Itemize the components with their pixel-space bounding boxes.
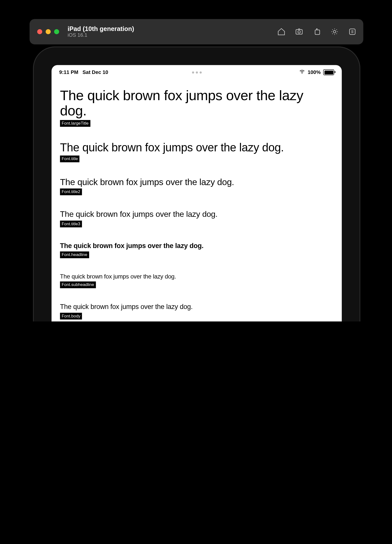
- svg-point-3: [333, 30, 336, 33]
- font-sample-block: The quick brown fox jumps over the lazy …: [60, 272, 333, 288]
- brightness-icon[interactable]: [330, 27, 339, 36]
- status-date: Sat Dec 10: [83, 69, 108, 75]
- svg-point-1: [298, 31, 300, 33]
- font-sample-text: The quick brown fox jumps over the lazy …: [60, 242, 333, 250]
- font-name-badge: Font.body: [60, 312, 82, 319]
- font-sample-block: The quick brown fox jumps over the lazy …: [60, 88, 333, 127]
- font-sample-block: The quick brown fox jumps over the lazy …: [60, 242, 333, 258]
- svg-rect-0: [296, 29, 302, 34]
- font-sample-block: The quick brown fox jumps over the lazy …: [60, 210, 333, 227]
- font-name-badge: Font.title2: [60, 188, 82, 195]
- home-icon[interactable]: [277, 27, 286, 36]
- window-zoom-button[interactable]: [54, 29, 59, 34]
- font-sample-text: The quick brown fox jumps over the lazy …: [60, 210, 333, 219]
- wifi-icon: [299, 69, 305, 76]
- font-name-badge: Font.headline: [60, 251, 89, 258]
- ipad-device-frame: 9:11 PM Sat Dec 10 100% The quick brown …: [33, 46, 360, 321]
- font-sample-block: The quick brown fox jumps over the lazy …: [60, 177, 333, 195]
- screenshot-icon[interactable]: [295, 27, 303, 36]
- window-minimize-button[interactable]: [46, 29, 51, 34]
- simulator-os-version: iOS 16.1: [68, 32, 134, 38]
- font-sample-text: The quick brown fox jumps over the lazy …: [60, 141, 333, 154]
- ipad-screen: 9:11 PM Sat Dec 10 100% The quick brown …: [51, 65, 342, 321]
- font-sample-text: The quick brown fox jumps over the lazy …: [60, 88, 333, 119]
- svg-point-5: [302, 73, 303, 74]
- simulator-window-titlebar: iPad (10th generation) iOS 16.1: [29, 19, 363, 44]
- font-name-badge: Font.title: [60, 155, 79, 162]
- window-traffic-lights: [37, 29, 59, 34]
- keyboard-shortcuts-icon[interactable]: [348, 27, 357, 36]
- status-bar: 9:11 PM Sat Dec 10 100%: [51, 65, 342, 77]
- svg-rect-2: [315, 30, 320, 34]
- font-sample-text: The quick brown fox jumps over the lazy …: [60, 272, 333, 280]
- font-sample-block: The quick brown fox jumps over the lazy …: [60, 141, 333, 162]
- font-name-badge: Font.subheadline: [60, 281, 96, 288]
- rotate-icon[interactable]: [313, 27, 321, 36]
- font-sample-text: The quick brown fox jumps over the lazy …: [60, 302, 333, 311]
- multitasking-dots-icon[interactable]: [192, 71, 201, 73]
- font-name-badge: Font.largeTitle: [60, 120, 90, 127]
- font-name-badge: Font.title3: [60, 221, 82, 227]
- font-sample-block: The quick brown fox jumps over the lazy …: [60, 302, 333, 319]
- status-time: 9:11 PM: [59, 69, 78, 75]
- window-close-button[interactable]: [37, 29, 42, 34]
- battery-icon: [323, 69, 334, 75]
- simulator-device-name: iPad (10th generation): [68, 25, 134, 32]
- battery-percent: 100%: [308, 69, 321, 75]
- font-sample-text: The quick brown fox jumps over the lazy …: [60, 177, 333, 187]
- font-samples-list: The quick brown fox jumps over the lazy …: [51, 77, 342, 321]
